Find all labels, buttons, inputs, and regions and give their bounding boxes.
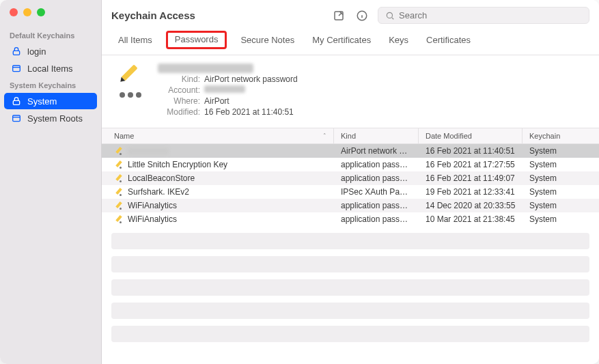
detail-panel: Kind:AirPort network password Account: W…: [102, 55, 599, 128]
minimize-icon[interactable]: [23, 8, 31, 16]
toolbar: Keychain Access: [102, 0, 599, 32]
cell-keychain: System: [523, 212, 599, 226]
password-icon: [114, 62, 148, 96]
table-row[interactable]: Surfshark. IKEv2IPSec XAuth Passw…19 Feb…: [102, 185, 599, 199]
info-icon: [356, 10, 368, 22]
table-row[interactable]: AirPort network pass…16 Feb 2021 at 11:4…: [102, 144, 599, 158]
detail-fields: Kind:AirPort network password Account: W…: [158, 62, 298, 118]
table-row[interactable]: WiFiAnalyticsapplication password10 Mar …: [102, 212, 599, 226]
tab-keys[interactable]: Keys: [385, 32, 413, 51]
sort-ascending-icon: ˄: [323, 132, 326, 139]
placeholder-row: [111, 256, 589, 272]
window-controls: [0, 7, 101, 27]
placeholder-row: [111, 303, 589, 319]
table-body: AirPort network pass…16 Feb 2021 at 11:4…: [102, 144, 599, 226]
sidebar-item-label: Local Items: [27, 64, 72, 74]
cell-name: Little Snitch Encryption Key: [102, 158, 334, 171]
svg-rect-3: [13, 115, 20, 122]
compose-button[interactable]: [331, 8, 346, 23]
password-icon: [114, 214, 124, 224]
detail-kind-label: Kind:: [158, 74, 200, 84]
svg-rect-2: [13, 100, 19, 104]
sidebar-item-system-roots[interactable]: System Roots: [4, 110, 97, 126]
sidebar-item-label: System: [27, 96, 57, 107]
lock-icon: [11, 46, 22, 57]
cell-kind: application password: [334, 171, 419, 185]
table-row[interactable]: LocalBeaconStoreapplication password16 F…: [102, 171, 599, 185]
cell-date: 16 Feb 2021 at 11:40:51: [419, 144, 523, 158]
tabs: All Items Passwords Secure Notes My Cert…: [102, 32, 599, 55]
column-date[interactable]: Date Modified: [419, 128, 523, 143]
folder-icon: [11, 63, 22, 74]
cell-date: 16 Feb 2021 at 17:27:55: [419, 158, 523, 171]
search-field[interactable]: [378, 7, 589, 24]
table-header: Name˄ Kind Date Modified Keychain: [102, 128, 599, 144]
tab-my-certificates[interactable]: My Certificates: [308, 32, 375, 51]
cell-date: 19 Feb 2021 at 12:33:41: [419, 185, 523, 199]
cell-kind: application password: [334, 199, 419, 212]
cell-name: Surfshark. IKEv2: [102, 185, 334, 199]
search-icon: [385, 11, 395, 20]
cell-date: 14 Dec 2020 at 20:33:55: [419, 199, 523, 212]
cell-keychain: System: [523, 199, 599, 212]
lock-icon: [11, 96, 22, 107]
password-icon: [114, 201, 124, 210]
placeholder-row: [111, 279, 589, 296]
column-keychain[interactable]: Keychain: [523, 128, 599, 143]
cell-name: [102, 144, 334, 158]
tab-certificates[interactable]: Certificates: [422, 32, 475, 51]
password-icon: [114, 187, 124, 197]
sidebar-item-label: login: [27, 46, 46, 57]
table-row[interactable]: Little Snitch Encryption Keyapplication …: [102, 158, 599, 171]
tab-passwords[interactable]: Passwords: [166, 31, 227, 49]
password-icon: [114, 160, 124, 169]
cell-date: 10 Mar 2021 at 21:38:45: [419, 212, 523, 226]
detail-modified-value: 16 Feb 2021 at 11:40:51: [204, 107, 294, 117]
sidebar-section-system: System Keychains: [0, 77, 101, 92]
cell-keychain: System: [523, 171, 599, 185]
info-button[interactable]: [354, 8, 370, 23]
tab-all-items[interactable]: All Items: [114, 32, 156, 51]
detail-kind-value: AirPort network password: [204, 74, 298, 84]
cell-date: 16 Feb 2021 at 11:49:07: [419, 171, 523, 185]
cell-kind: AirPort network pass…: [334, 144, 419, 158]
main-content: Keychain Access All Items Passwords Secu…: [102, 0, 599, 364]
cell-name: WiFiAnalytics: [102, 199, 334, 212]
cell-keychain: System: [523, 185, 599, 199]
cell-keychain: System: [523, 158, 599, 171]
svg-rect-1: [13, 66, 20, 72]
password-icon: [114, 173, 124, 183]
placeholder-row: [111, 326, 589, 342]
detail-where-value: AirPort: [204, 96, 229, 106]
sidebar: Default Keychains login Local Items Syst…: [0, 0, 102, 364]
close-icon[interactable]: [10, 8, 18, 16]
password-icon: [114, 146, 124, 156]
search-input[interactable]: [399, 10, 582, 20]
column-kind[interactable]: Kind: [334, 128, 419, 143]
cell-kind: application password: [334, 158, 419, 171]
cell-name: LocalBeaconStore: [102, 171, 334, 185]
detail-modified-label: Modified:: [158, 107, 200, 117]
cell-kind: IPSec XAuth Passw…: [334, 185, 419, 199]
table-row[interactable]: WiFiAnalyticsapplication password14 Dec …: [102, 199, 599, 212]
sidebar-item-login[interactable]: login: [4, 43, 97, 59]
sidebar-item-local-items[interactable]: Local Items: [4, 60, 97, 76]
cell-keychain: System: [523, 144, 599, 158]
svg-point-6: [387, 12, 392, 18]
sidebar-item-system[interactable]: System: [4, 93, 97, 109]
detail-where-label: Where:: [158, 96, 200, 106]
cell-name-redacted: [128, 148, 169, 155]
sidebar-item-label: System Roots: [27, 113, 83, 124]
column-name[interactable]: Name˄: [102, 128, 334, 143]
maximize-icon[interactable]: [37, 8, 45, 16]
svg-rect-0: [13, 51, 19, 55]
folder-icon: [11, 113, 22, 124]
compose-icon: [333, 10, 345, 22]
detail-name-redacted: [158, 64, 253, 73]
tab-secure-notes[interactable]: Secure Notes: [236, 32, 298, 51]
cell-kind: application password: [334, 212, 419, 226]
placeholder-row: [111, 233, 589, 249]
page-title: Keychain Access: [111, 10, 323, 21]
sidebar-section-default: Default Keychains: [0, 27, 101, 42]
cell-name: WiFiAnalytics: [102, 212, 334, 226]
